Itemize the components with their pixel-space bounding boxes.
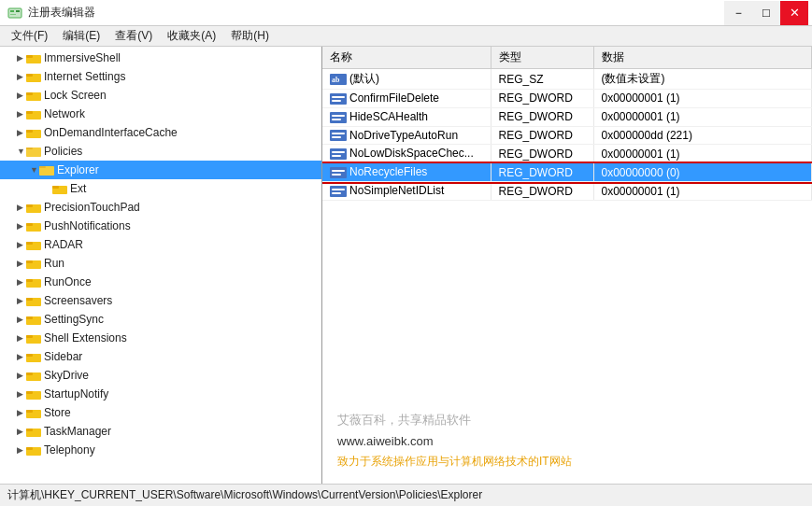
table-row[interactable]: NoSimpleNetIDListREG_DWORD0x00000001 (1) [322,182,812,201]
tree-label-Network: Network [44,107,85,120]
cell-name-default: ab(默认) [322,69,491,90]
restore-button[interactable]: □ [752,1,780,25]
app-icon [7,6,22,21]
tree-arrow-Explorer: ▼ [30,165,39,175]
value-icon-default: ab [330,72,349,85]
folder-icon-InternetSettings [26,70,41,84]
tree-label-InternetSettings: Internet Settings [44,70,125,83]
folder-icon-Network [26,107,41,121]
tree-item-InternetSettings[interactable]: ▶Internet Settings [0,67,321,86]
tree-label-LockScreen: Lock Screen [44,89,107,102]
svg-rect-7 [26,74,33,77]
registry-table[interactable]: 名称 类型 数据 ab(默认)REG_SZ(数值未设置)ConfirmFileD… [322,47,812,398]
svg-rect-45 [26,410,33,413]
folder-icon-Explorer [39,163,54,177]
cell-type-NoDriveTypeAutoRun: REG_DWORD [491,126,593,145]
tree-item-Policies[interactable]: ▼Policies [0,142,321,161]
tree-label-RADAR: RADAR [44,238,83,251]
tree-item-OnDemandInterfaceCache[interactable]: ▶OnDemandInterfaceCache [0,123,321,142]
tree-item-SettingSync[interactable]: ▶SettingSync [0,310,321,329]
menu-item-help[interactable]: 帮助(H) [223,26,277,46]
folder-icon-StartupNotify [26,387,41,401]
menu-item-file[interactable]: 文件(F) [4,26,55,46]
close-button[interactable]: ✕ [780,1,808,25]
tree-arrow-SettingSync: ▶ [17,315,26,324]
svg-rect-65 [332,170,345,172]
folder-icon-TaskManager [26,425,41,439]
table-row[interactable]: ab(默认)REG_SZ(数值未设置) [322,69,812,90]
cell-type-ConfirmFileDelete: REG_DWORD [491,90,593,108]
folder-icon-OnDemandInterfaceCache [26,126,41,140]
table-header: 名称 类型 数据 [322,47,812,69]
svg-rect-57 [332,119,341,120]
tree-label-StartupNotify: StartupNotify [44,387,108,401]
tree-item-Store[interactable]: ▶Store [0,403,321,422]
table-row[interactable]: NoLowDiskSpaceChec...REG_DWORD0x00000001… [322,145,812,163]
tree-item-Sidebar[interactable]: ▶Sidebar [0,347,321,366]
svg-rect-16 [26,148,41,157]
cell-name-NoDriveTypeAutoRun: NoDriveTypeAutoRun [322,126,491,145]
svg-rect-56 [332,115,345,117]
title-bar-left: 注册表编辑器 [7,5,95,21]
folder-icon-SkyDrive [26,369,41,383]
folder-icon-Screensavers [26,294,41,308]
window-title: 注册表编辑器 [28,5,95,21]
tree-item-PushNotifications[interactable]: ▶PushNotifications [0,217,321,235]
tree-label-Run: Run [44,257,64,270]
tree-item-Screensavers[interactable]: ▶Screensavers [0,291,321,310]
svg-rect-60 [332,136,341,138]
tree-item-Explorer[interactable]: ▼Explorer [0,161,321,179]
menu-item-edit[interactable]: 编辑(E) [55,26,107,46]
table-body: ab(默认)REG_SZ(数值未设置)ConfirmFileDeleteREG_… [322,69,812,201]
tree-item-Ext[interactable]: Ext [0,179,321,198]
table-row[interactable]: ConfirmFileDeleteREG_DWORD0x00000001 (1) [322,90,812,108]
svg-rect-21 [52,186,59,189]
tree-item-StartupNotify[interactable]: ▶StartupNotify [0,385,321,403]
menu-item-favorites[interactable]: 收藏夹(A) [160,26,223,46]
folder-icon-ShellExtensions [26,331,41,345]
svg-rect-62 [332,151,345,153]
table-row[interactable]: NoDriveTypeAutoRunREG_DWORD0x000000dd (2… [322,126,812,145]
tree-item-LockScreen[interactable]: ▶Lock Screen [0,86,321,105]
tree-label-Ext: Ext [70,182,86,195]
svg-rect-35 [26,316,33,319]
tree-label-RunOnce: RunOnce [44,275,92,288]
status-bar: 计算机\HKEY_CURRENT_USER\Software\Microsoft… [0,484,812,506]
tree-item-RADAR[interactable]: ▶RADAR [0,235,321,254]
tree-panel[interactable]: ▶ImmersiveShell▶Internet Settings▶Lock S… [0,47,322,484]
svg-rect-53 [332,96,345,98]
tree-label-SkyDrive: SkyDrive [44,369,89,382]
svg-rect-54 [332,100,341,102]
tree-arrow-OnDemandInterfaceCache: ▶ [17,128,26,137]
table-row[interactable]: NoRecycleFilesREG_DWORD0x00000000 (0) [322,163,812,182]
minimize-button[interactable]: － [724,1,752,25]
svg-rect-33 [26,298,33,301]
tree-item-SkyDrive[interactable]: ▶SkyDrive [0,366,321,385]
table-row[interactable]: HideSCAHealthREG_DWORD0x00000001 (1) [322,107,812,126]
tree-arrow-Sidebar: ▶ [17,352,26,361]
tree-arrow-Policies: ▼ [17,147,26,156]
tree-item-TaskManager[interactable]: ▶TaskManager [0,422,321,441]
svg-rect-55 [330,112,347,123]
tree-label-ShellExtensions: Shell Extensions [44,331,127,344]
tree-label-SettingSync: SettingSync [44,313,104,326]
tree-item-ImmersiveShell[interactable]: ▶ImmersiveShell [0,49,321,67]
window-controls: － □ ✕ [724,1,808,25]
tree-arrow-SkyDrive: ▶ [17,371,26,380]
tree-item-PrecisionTouchPad[interactable]: ▶PrecisionTouchPad [0,198,321,217]
svg-rect-0 [8,8,21,18]
tree-item-Telephony[interactable]: ▶Telephony [0,441,321,459]
svg-rect-31 [26,279,33,282]
tree-item-Run[interactable]: ▶Run [0,254,321,273]
tree-arrow-TaskManager: ▶ [17,427,26,436]
cell-data-NoSimpleNetIDList: 0x00000001 (1) [593,182,812,201]
cell-name-NoRecycleFiles: NoRecycleFiles [322,163,491,182]
tree-item-RunOnce[interactable]: ▶RunOnce [0,273,321,291]
cell-name-ConfirmFileDelete: ConfirmFileDelete [322,90,491,108]
svg-rect-11 [26,111,33,114]
tree-item-ShellExtensions[interactable]: ▶Shell Extensions [0,329,321,347]
tree-item-Network[interactable]: ▶Network [0,105,321,123]
status-text: 计算机\HKEY_CURRENT_USER\Software\Microsoft… [7,487,482,503]
col-data: 数据 [593,47,812,69]
menu-item-view[interactable]: 查看(V) [107,26,160,46]
